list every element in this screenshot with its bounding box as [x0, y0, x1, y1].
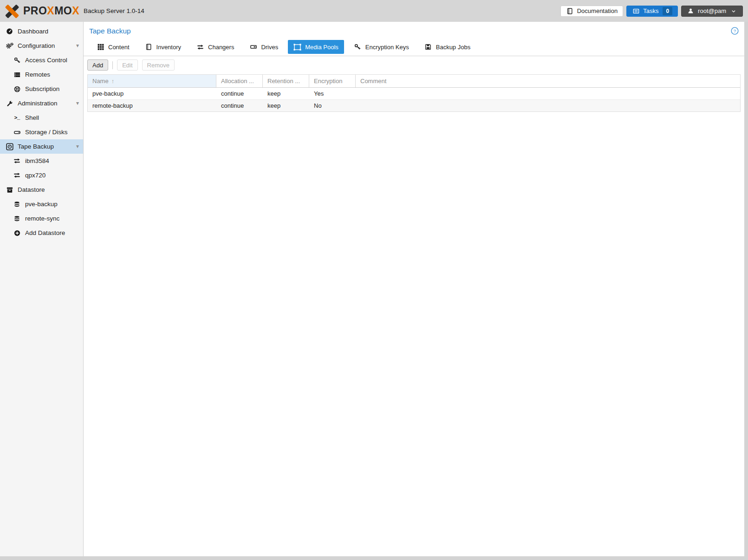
gears-icon	[6, 42, 13, 49]
sidebar-item-label: Add Datastore	[25, 229, 65, 236]
user-icon	[687, 8, 695, 14]
edit-button[interactable]: Edit	[117, 59, 137, 71]
column-header-label: Name	[92, 78, 109, 85]
cell-allocation: continue	[216, 100, 263, 111]
tab-drives[interactable]: Drives	[244, 40, 284, 54]
sidebar-item-remote-sync[interactable]: remote-sync	[0, 211, 83, 226]
proxmox-logo: PROXMOX	[4, 3, 79, 19]
tab-changers[interactable]: Changers	[191, 40, 240, 54]
sidebar-item-tape-backup[interactable]: Tape Backup▾	[0, 139, 83, 154]
sidebar-item-label: Access Control	[25, 57, 67, 64]
book-icon	[566, 8, 574, 14]
column-header-label: Allocation ...	[221, 78, 254, 85]
tab-label: Media Pools	[305, 44, 338, 51]
user-label: root@pam	[698, 7, 726, 14]
tape-icon	[6, 143, 13, 150]
tab-backup-jobs[interactable]: Backup Jobs	[419, 40, 476, 54]
tab-label: Drives	[261, 44, 278, 51]
toolbar: Add Edit Remove	[84, 56, 744, 74]
sidebar-item-storage-disks[interactable]: Storage / Disks	[0, 125, 83, 139]
save-icon	[424, 44, 432, 50]
sidebar-item-label: Administration	[18, 100, 58, 107]
cell-encryption: No	[309, 100, 356, 111]
sidebar-item-pve-backup[interactable]: pve-backup	[0, 197, 83, 211]
tab-label: Encryption Keys	[365, 44, 409, 51]
proxmox-logo-icon	[4, 3, 20, 19]
sidebar-item-label: Datastore	[18, 186, 45, 193]
cell-comment	[356, 100, 740, 111]
tasks-count-badge: 0	[663, 7, 672, 15]
user-menu-button[interactable]: root@pam	[681, 6, 743, 17]
drive-icon	[249, 44, 257, 50]
key-icon	[354, 44, 362, 50]
sidebar-item-remotes[interactable]: Remotes	[0, 67, 83, 82]
help-icon[interactable]: ?	[731, 26, 739, 35]
tab-label: Backup Jobs	[436, 44, 470, 51]
column-header-name[interactable]: Name↑	[88, 75, 216, 87]
sort-up-icon: ↑	[111, 78, 115, 85]
cell-allocation: continue	[216, 88, 263, 99]
sidebar-item-qpx720[interactable]: qpx720	[0, 168, 83, 182]
sidebar-item-add-datastore[interactable]: Add Datastore	[0, 226, 83, 240]
exchange-icon	[196, 44, 204, 50]
content-header: Tape Backup ?	[84, 22, 744, 40]
sidebar-item-access-control[interactable]: Access Control	[0, 53, 83, 67]
cell-comment	[356, 88, 740, 99]
sidebar-item-label: Tape Backup	[18, 143, 54, 150]
proxmox-logo-text: PROXMOX	[23, 6, 79, 16]
plus-circle-icon	[13, 230, 21, 236]
documentation-button[interactable]: Documentation	[560, 6, 623, 17]
cell-name: remote-backup	[88, 100, 216, 111]
sidebar-item-label: ibm3584	[25, 157, 49, 164]
key-icon	[13, 57, 21, 64]
column-header-comment[interactable]: Comment	[356, 75, 740, 87]
sidebar-item-administration[interactable]: Administration▾	[0, 96, 83, 111]
sidebar-item-dashboard[interactable]: Dashboard	[0, 24, 83, 39]
dashboard-icon	[6, 28, 13, 35]
tab-label: Changers	[208, 44, 234, 51]
sidebar-item-subscription[interactable]: Subscription	[0, 82, 83, 96]
tasks-button[interactable]: Tasks 0	[626, 6, 678, 17]
tab-media-pools[interactable]: Media Pools	[288, 40, 344, 54]
tab-encryption-keys[interactable]: Encryption Keys	[348, 40, 415, 54]
sidebar-item-label: qpx720	[25, 172, 46, 179]
chevron-down-icon[interactable]: ▾	[76, 143, 79, 149]
remove-button[interactable]: Remove	[142, 59, 175, 71]
book-icon	[145, 44, 153, 50]
tasks-label: Tasks	[643, 7, 658, 14]
sidebar-item-shell[interactable]: >_Shell	[0, 111, 83, 125]
table-row-remote-backup[interactable]: remote-backupcontinuekeepNo	[88, 100, 740, 112]
grid-icon	[97, 44, 104, 50]
cell-name: pve-backup	[88, 88, 216, 99]
sidebar-item-datastore[interactable]: Datastore	[0, 182, 83, 197]
sidebar-item-configuration[interactable]: Configuration▾	[0, 39, 83, 53]
sidebar-item-label: pve-backup	[25, 201, 58, 208]
media-pool-icon	[293, 44, 301, 51]
main-content: Tape Backup ? ContentInventoryChangersDr…	[84, 22, 744, 556]
sidebar-item-ibm3584[interactable]: ibm3584	[0, 154, 83, 168]
chevron-down-icon	[729, 9, 737, 13]
sidebar-item-label: remote-sync	[25, 215, 59, 222]
tab-content[interactable]: Content	[91, 40, 135, 54]
column-header-allocation[interactable]: Allocation ...	[216, 75, 263, 87]
wrench-icon	[6, 100, 13, 107]
sidebar-item-label: Storage / Disks	[25, 129, 68, 136]
svg-text:?: ?	[734, 28, 736, 33]
chevron-down-icon[interactable]: ▾	[76, 43, 79, 48]
list-icon	[632, 8, 640, 14]
table-row-pve-backup[interactable]: pve-backupcontinuekeepYes	[88, 88, 740, 100]
chevron-down-icon[interactable]: ▾	[76, 100, 79, 106]
add-button[interactable]: Add	[87, 59, 108, 71]
media-pools-table: Name↑Allocation ...Retention ...Encrypti…	[87, 74, 741, 112]
column-header-label: Retention ...	[267, 78, 300, 85]
archive-icon	[6, 187, 13, 193]
sidebar-item-label: Subscription	[25, 85, 59, 92]
page-title: Tape Backup	[89, 27, 131, 35]
terminal-icon: >_	[13, 115, 21, 121]
column-header-retention[interactable]: Retention ...	[263, 75, 309, 87]
column-header-encryption[interactable]: Encryption	[309, 75, 356, 87]
tab-label: Content	[108, 44, 130, 51]
sidebar-item-label: Dashboard	[18, 28, 48, 35]
tab-inventory[interactable]: Inventory	[139, 40, 187, 54]
top-bar: PROXMOX Backup Server 1.0-14 Documentati…	[0, 0, 748, 22]
